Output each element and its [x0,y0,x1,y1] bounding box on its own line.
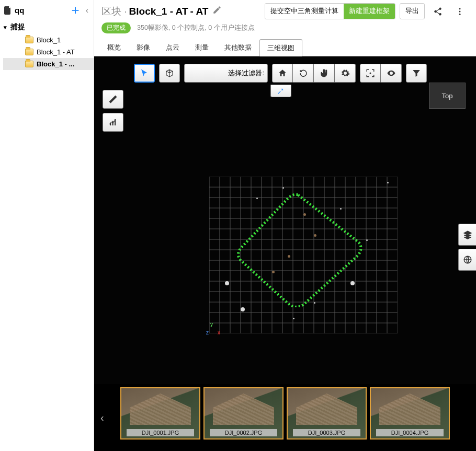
thumbnail-strip: ‹ DJI_0001.JPG DJI_0002.JPG DJI_0003.JPG… [94,384,476,451]
thumbnail-item[interactable]: DJI_0004.JPG [370,387,450,440]
file-icon [4,6,12,15]
tab-3dview[interactable]: 三维视图 [259,39,302,56]
layers-button[interactable] [458,224,476,246]
tab-bar: 概览 影像 点云 测量 其他数据 三维视图 [94,39,476,56]
tree-item-label: Block_1 - ... [37,60,74,68]
capture-section-label: 捕捉 [10,22,25,32]
export-button[interactable]: 导出 [400,3,425,19]
status-bar: 已完成 350幅影像, 0 个控制点, 0 个用户连接点 [94,20,476,39]
select-tool[interactable] [134,64,155,83]
camera-path [235,192,366,307]
tree-item-block1-at[interactable]: Block_1 - AT [3,46,94,58]
collapse-sidebar-button[interactable]: ‹ [84,6,90,15]
folder-icon [25,37,33,43]
filter-funnel-button[interactable] [406,64,427,83]
block-tree: Block_1 Block_1 - AT Block_1 - ... [0,34,94,70]
share-button[interactable] [429,4,447,19]
add-button[interactable]: + [71,2,79,18]
left-tool-column [103,90,123,132]
thumbnails-prev-button[interactable]: ‹ [100,412,104,424]
capture-section-header[interactable]: 捕捉 [0,20,94,34]
thumbnail-item[interactable]: DJI_0002.JPG [203,387,284,440]
right-tool-column [458,224,476,271]
tab-pointcloud[interactable]: 点云 [158,39,187,56]
tab-images[interactable]: 影像 [129,39,158,56]
svg-point-3 [370,73,371,74]
settings-button[interactable] [335,64,356,83]
new-reconstruction-button[interactable]: 新建重建框架 [344,4,395,19]
thumbnail-label: DJI_0003.JPG [293,429,360,436]
tree-item-block1[interactable]: Block_1 [3,34,94,46]
visibility-cluster [360,64,402,83]
filter-label: 选择过滤器: [228,68,264,78]
viewport-3d[interactable]: 选择过滤器: [94,56,476,451]
tab-overview[interactable]: 概览 [99,39,129,56]
pan-button[interactable] [314,64,335,83]
thumbnail-label: DJI_0004.JPG [376,429,444,436]
edit-name-icon[interactable] [212,5,222,16]
tree-item-label: Block_1 [37,36,61,44]
basemap-button[interactable] [458,249,476,271]
filter-select[interactable]: 选择过滤器: [184,64,268,83]
view-cube-tool[interactable] [159,64,180,83]
status-badge: 已完成 [101,22,131,33]
breadcrumb: 区块 · Block_1 - AT - AT [101,5,222,18]
viewport-toolbar: 选择过滤器: [134,64,466,83]
tree-item-block1-at-child[interactable]: Block_1 - ... [3,58,94,70]
project-name-text: qq [15,6,24,15]
measure-tool[interactable] [103,90,123,109]
svg-point-2 [459,13,461,15]
tools-expand-button[interactable] [270,85,291,97]
thumbnail-item[interactable]: DJI_0003.JPG [287,387,367,440]
scene-content: y x z [209,177,398,333]
svg-point-1 [459,10,461,12]
main-panel: 区块 · Block_1 - AT - AT 提交空中三角测量计算 新建重建框架… [94,0,476,451]
crumb-suffix: - AT [190,6,209,17]
orbit-button[interactable] [293,64,314,83]
tab-survey[interactable]: 测量 [187,39,217,56]
topbar: 区块 · Block_1 - AT - AT 提交空中三角测量计算 新建重建框架… [94,0,476,20]
project-title: qq [4,6,67,15]
folder-icon [25,61,33,67]
more-menu-button[interactable] [451,4,469,19]
fit-view-button[interactable] [360,64,381,83]
quality-tool[interactable] [103,113,123,132]
project-sidebar: qq + ‹ 捕捉 Block_1 Block_1 - AT Block_1 -… [0,0,94,451]
thumbnail-label: DJI_0002.JPG [210,429,277,436]
submit-at-button[interactable]: 提交空中三角测量计算 [265,4,344,19]
status-text: 350幅影像, 0 个控制点, 0 个用户连接点 [137,24,255,32]
visibility-button[interactable] [381,64,402,83]
svg-point-0 [459,8,461,9]
folder-icon [25,49,33,55]
crumb-prefix: 区块 · [101,5,127,18]
tree-item-label: Block_1 - AT [37,48,75,56]
nav-tool-cluster [272,64,356,83]
at-button-group: 提交空中三角测量计算 新建重建框架 [265,3,395,19]
crumb-main: Block_1 - AT [129,6,188,17]
thumbnail-item[interactable]: DJI_0001.JPG [120,387,200,440]
tab-other[interactable]: 其他数据 [217,39,259,56]
thumbnail-label: DJI_0001.JPG [127,429,194,436]
home-view-button[interactable] [272,64,293,83]
view-orientation-label[interactable]: Top [429,83,466,109]
